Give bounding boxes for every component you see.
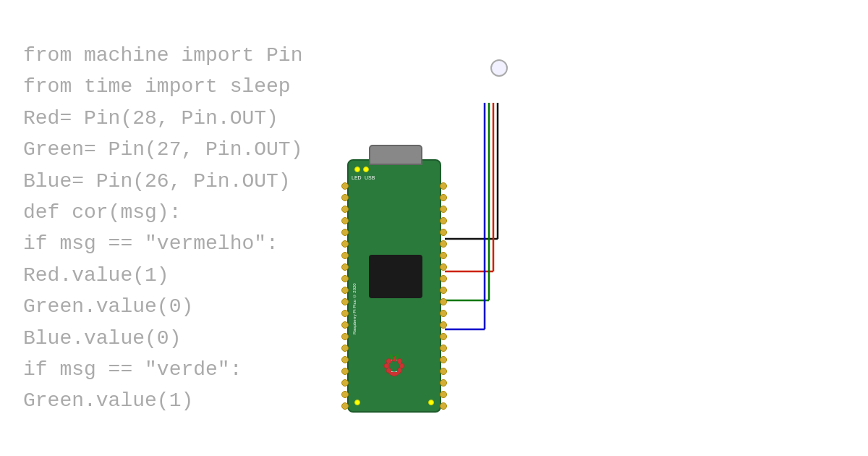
board-vertical-text: Raspberry Pi Pico © 2020 — [352, 204, 357, 334]
pin — [440, 240, 447, 248]
pin — [440, 298, 447, 305]
pins-left — [341, 182, 349, 410]
pin — [341, 275, 349, 282]
pin — [440, 229, 447, 236]
pin — [440, 287, 447, 294]
code-line-10: if msg == "verde": — [23, 354, 302, 385]
pin — [440, 310, 447, 317]
pin — [341, 217, 349, 224]
pin — [341, 310, 349, 317]
pin — [341, 194, 349, 201]
svg-point-11 — [397, 359, 402, 364]
pin — [440, 379, 447, 387]
pin — [440, 263, 447, 271]
pin — [440, 356, 447, 363]
pins-right — [440, 182, 447, 410]
pin — [440, 321, 447, 329]
pin — [341, 379, 349, 387]
pico-board: LED USB Raspberry Pi Pico © 2020 — [347, 159, 441, 413]
pin — [440, 368, 447, 375]
pin — [440, 275, 447, 282]
pin — [341, 402, 349, 410]
rpi-logo — [376, 353, 412, 389]
usb-connector — [369, 145, 422, 165]
pin — [341, 182, 349, 190]
pin — [341, 368, 349, 375]
pin — [341, 333, 349, 340]
code-line-8: Green.value(0) — [23, 291, 302, 322]
corner-pad-1 — [354, 400, 360, 405]
pin — [341, 206, 349, 213]
code-line-0: from machine import Pin — [23, 40, 302, 71]
code-line-1: from time import sleep — [23, 71, 302, 102]
pin — [341, 321, 349, 329]
pin — [341, 229, 349, 236]
pin — [341, 263, 349, 271]
pin — [341, 298, 349, 305]
code-line-6: if msg == "vermelho": — [23, 228, 302, 259]
led-indicator-2 — [363, 166, 369, 172]
pin — [341, 356, 349, 363]
led-dome — [490, 59, 508, 77]
code-line-9: Blue.value(0) — [23, 323, 302, 354]
code-line-4: Blue= Pin(26, Pin.OUT) — [23, 166, 302, 197]
code-section: from machine import Pinfrom time import … — [23, 40, 302, 417]
pin — [440, 194, 447, 201]
pin — [440, 391, 447, 398]
code-line-3: Green= Pin(27, Pin.OUT) — [23, 134, 302, 165]
pin — [341, 345, 349, 352]
pin — [440, 333, 447, 340]
svg-point-13 — [399, 363, 404, 368]
code-line-2: Red= Pin(28, Pin.OUT) — [23, 103, 302, 134]
pin — [341, 391, 349, 398]
pin — [440, 252, 447, 259]
pin — [341, 240, 349, 248]
svg-point-9 — [386, 359, 391, 364]
code-line-11: Green.value(1) — [23, 385, 302, 416]
led-component — [488, 58, 510, 109]
pin — [440, 345, 447, 352]
usb-text: USB — [365, 175, 375, 180]
pin — [440, 402, 447, 410]
code-line-7: Red.value(1) — [23, 260, 302, 291]
pin — [440, 206, 447, 213]
corner-pad-2 — [428, 400, 434, 405]
pin — [341, 287, 349, 294]
svg-point-12 — [384, 363, 389, 368]
diagram-section: LED USB Raspberry Pi Pico © 2020 — [333, 43, 839, 420]
microchip — [369, 255, 422, 298]
pin — [341, 252, 349, 259]
code-line-5: def cor(msg): — [23, 197, 302, 228]
led-indicator-1 — [354, 166, 360, 172]
pin — [440, 217, 447, 224]
led-text: LED — [352, 175, 362, 180]
pin — [440, 182, 447, 190]
